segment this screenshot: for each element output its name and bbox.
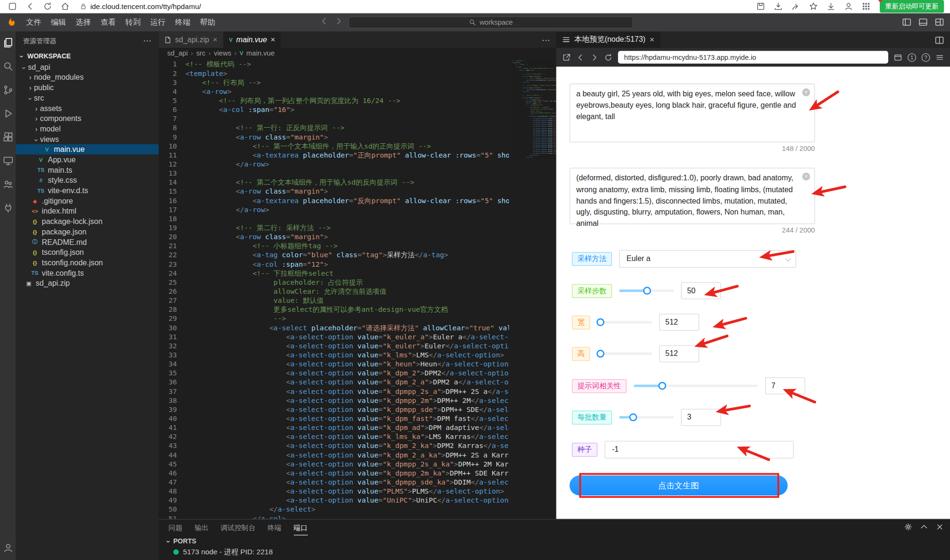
help-icon[interactable]: ? bbox=[922, 53, 930, 62]
slider-handle[interactable] bbox=[596, 350, 604, 358]
code-line[interactable]: 41 <a-select-option value="k_dpm_ad">DPM… bbox=[159, 423, 509, 432]
height-slider[interactable] bbox=[597, 349, 652, 358]
preview-forward-icon[interactable] bbox=[590, 53, 599, 62]
panel-tab-端口[interactable]: 端口 bbox=[293, 520, 307, 535]
preview-back-icon[interactable] bbox=[576, 53, 585, 62]
bookmark-star-icon[interactable] bbox=[809, 2, 818, 11]
width-input[interactable] bbox=[659, 314, 699, 331]
code-line[interactable]: 24 <!-- 下拉框组件select bbox=[159, 269, 509, 278]
remote-explorer-icon[interactable] bbox=[3, 156, 13, 166]
file-tsconfig.node.json[interactable]: {}tsconfig.node.json bbox=[16, 257, 159, 268]
menu-查看[interactable]: 查看 bbox=[96, 13, 121, 31]
positive-prompt-textarea[interactable]: a beauty girl, 25 years old, with big ey… bbox=[570, 84, 815, 142]
seed-input[interactable] bbox=[605, 440, 794, 458]
panel-tab-调试控制台[interactable]: 调试控制台 bbox=[221, 520, 255, 535]
restart-update-button[interactable]: 重新启动即可更新 bbox=[880, 0, 944, 13]
search-sidebar-icon[interactable] bbox=[3, 61, 13, 72]
toggle-sidebar-icon[interactable] bbox=[902, 18, 911, 27]
code-line[interactable]: 32 <a-select-option value="k_euler">Eule… bbox=[159, 342, 509, 351]
nav-back-icon[interactable] bbox=[320, 17, 329, 26]
code-line[interactable]: 11 <a-textarea placeholder="正向prompt" al… bbox=[159, 151, 509, 160]
close-preview-icon[interactable]: × bbox=[650, 35, 655, 44]
run-debug-icon[interactable] bbox=[3, 108, 13, 119]
preview-refresh-icon[interactable] bbox=[604, 53, 612, 62]
menu-选择[interactable]: 选择 bbox=[71, 13, 95, 31]
cfg-slider[interactable] bbox=[634, 382, 758, 390]
notification-badge[interactable]: 1 bbox=[908, 53, 916, 62]
layout-icon[interactable] bbox=[935, 18, 944, 27]
width-slider[interactable] bbox=[597, 318, 652, 327]
preview-tab[interactable]: 本地预览(node:5173) × bbox=[556, 31, 661, 47]
save-page-icon[interactable] bbox=[756, 2, 765, 11]
slider-handle[interactable] bbox=[643, 287, 651, 295]
panel-tab-问题[interactable]: 问题 bbox=[169, 520, 182, 535]
code-line[interactable]: 27 value: 默认值 bbox=[159, 296, 509, 305]
code-line[interactable]: 9 <a-row class="margin"> bbox=[159, 132, 509, 141]
folder-assets[interactable]: ›assets bbox=[16, 103, 159, 113]
menu-编辑[interactable]: 编辑 bbox=[46, 13, 71, 31]
code-line[interactable]: 42 <a-select-option value="k_lms_ka">LMS… bbox=[159, 432, 509, 441]
menu-转到[interactable]: 转到 bbox=[121, 13, 145, 31]
apps-grid-icon[interactable] bbox=[862, 2, 871, 11]
code-line[interactable]: 34 <a-select-option value="k_heun">Heun<… bbox=[159, 360, 509, 369]
code-line[interactable]: 25 placeholder: 占位符提示 bbox=[159, 278, 509, 287]
code-line[interactable]: 7 bbox=[159, 114, 509, 123]
browser-panel-icon[interactable] bbox=[8, 2, 17, 11]
ports-section[interactable]: › PORTS bbox=[159, 535, 950, 546]
code-line[interactable]: 16 <a-textarea placeholder="反向prompt" al… bbox=[159, 196, 509, 205]
menu-运行[interactable]: 运行 bbox=[145, 13, 170, 31]
code-line[interactable]: 26 allowClear: 允许清空当前选项值 bbox=[159, 287, 509, 296]
code-line[interactable]: 45 <a-select-option value="k_dpmpp_2s_a_… bbox=[159, 460, 509, 469]
code-line[interactable]: 22 <a-tag color="blue" class="tag">采样方法<… bbox=[159, 251, 509, 260]
steps-slider[interactable] bbox=[619, 287, 674, 295]
toggle-panel-icon[interactable] bbox=[919, 18, 928, 27]
code-line[interactable]: 14 <!-- 第二个文本域组件，用于输入sd的反向提示词 --> bbox=[159, 178, 509, 187]
code-line[interactable]: 2<template> bbox=[159, 69, 509, 78]
nav-forward-icon[interactable] bbox=[334, 17, 343, 26]
file-main.ts[interactable]: TSmain.ts bbox=[16, 165, 159, 175]
code-line[interactable]: 48 <a-select-option value="PLMS">PLMS</a… bbox=[159, 487, 509, 496]
install-icon[interactable] bbox=[774, 2, 783, 11]
file-package-lock.json[interactable]: {}package-lock.json bbox=[16, 216, 159, 227]
folder-components[interactable]: ›components bbox=[16, 113, 159, 124]
code-line[interactable]: 10 <!-- 第一个文本域组件，用于输入sd的正向提示词 --> bbox=[159, 142, 509, 151]
home-icon[interactable] bbox=[61, 2, 70, 11]
back-icon[interactable] bbox=[26, 2, 35, 11]
tab-main-vue[interactable]: V main.vue × bbox=[224, 31, 282, 47]
folder-node_modules[interactable]: ›node_modules bbox=[16, 72, 159, 83]
file-index.html[interactable]: <>index.html bbox=[16, 206, 159, 216]
code-line[interactable]: 31 <a-select-option value="k_euler_a">Eu… bbox=[159, 333, 509, 342]
code-line[interactable]: 49 <a-select-option value="UniPC">UniPC<… bbox=[159, 496, 509, 505]
code-line[interactable]: 17 </a-row> bbox=[159, 205, 509, 215]
file-style.css[interactable]: #style.css bbox=[16, 175, 159, 186]
code-line[interactable]: 5 <!-- 列布局，第一列占整个网页的宽度比为 16/24 --> bbox=[159, 96, 509, 105]
code-line[interactable]: 1<!-- 模板代码 --> bbox=[159, 60, 509, 69]
batch-slider[interactable] bbox=[619, 413, 674, 421]
menu-帮助[interactable]: 帮助 bbox=[195, 13, 220, 31]
download-icon[interactable] bbox=[827, 2, 836, 11]
code-line[interactable]: 4 <a-row> bbox=[159, 87, 509, 96]
code-line[interactable]: 15 <a-row class="margin"> bbox=[159, 187, 509, 196]
code-line[interactable]: 51 </a-col> bbox=[159, 514, 509, 519]
slider-handle[interactable] bbox=[658, 382, 667, 390]
file-package.json[interactable]: {}package.json bbox=[16, 226, 159, 237]
code-line[interactable]: 12 </a-row> bbox=[159, 160, 509, 169]
file-main.vue[interactable]: Vmain.vue bbox=[16, 144, 159, 155]
close-tab-icon[interactable]: × bbox=[213, 35, 217, 44]
code-line[interactable]: 30 <a-select placeholder="请选择采样方法" allow… bbox=[159, 323, 509, 332]
code-line[interactable]: 23 <a-col :span="12"> bbox=[159, 260, 509, 269]
workspace-section[interactable]: › WORKSPACE bbox=[16, 50, 159, 62]
code-line[interactable]: 29 --> bbox=[159, 314, 509, 323]
code-line[interactable]: 3 <!-- 行布局 --> bbox=[159, 78, 509, 87]
file-vite.config.ts[interactable]: TSvite.config.ts bbox=[16, 268, 159, 278]
generate-button[interactable]: 点击文生图 bbox=[570, 476, 788, 495]
code-line[interactable]: 47 <a-select-option value="k_dpmpp_sde_k… bbox=[159, 478, 509, 487]
code-line[interactable]: 6 <a-col :span="16"> bbox=[159, 105, 509, 114]
folder-sd_api[interactable]: ›sd_api bbox=[16, 62, 159, 72]
file-vite-env.d.ts[interactable]: TSvite-env.d.ts bbox=[16, 186, 159, 196]
height-input[interactable] bbox=[659, 345, 699, 362]
code-line[interactable]: 40 <a-select-option value="k_dpm_fast">D… bbox=[159, 414, 509, 423]
file-sd_api.zip[interactable]: ▣sd_api.zip bbox=[16, 278, 159, 289]
panel-tab-输出[interactable]: 输出 bbox=[195, 520, 208, 535]
code-line[interactable]: 50 </a-select> bbox=[159, 505, 509, 514]
